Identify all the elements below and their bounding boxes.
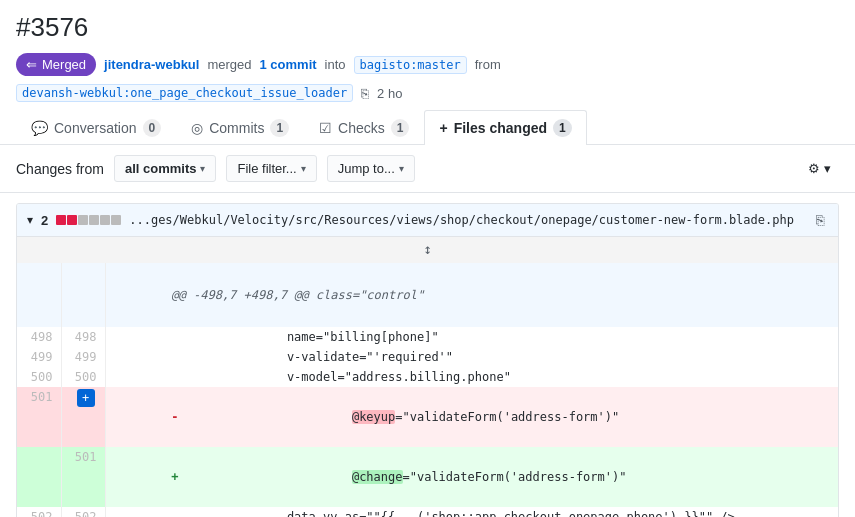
dropdown-arrow-gear: ▾	[824, 161, 831, 176]
merged-label: Merged	[42, 57, 86, 72]
tab-files-label: Files changed	[454, 120, 547, 136]
all-commits-button[interactable]: all commits ▾	[114, 155, 217, 182]
color-block-n-1	[78, 215, 88, 225]
add-marker: +	[171, 470, 178, 484]
file-filter-button[interactable]: File filter... ▾	[226, 155, 316, 182]
pr-commit-count[interactable]: 1 commit	[260, 57, 317, 72]
diff-code-table: ↕ @@ -498,7 +498,7 @@ class="control" 49…	[17, 237, 838, 517]
gear-icon: ⚙	[808, 161, 820, 176]
add-comment-button[interactable]: +	[77, 389, 95, 407]
filter-bar: Changes from all commits ▾ File filter..…	[0, 145, 855, 193]
tab-commits-label: Commits	[209, 120, 264, 136]
tab-commits[interactable]: ◎ Commits 1	[176, 110, 304, 145]
diff-file-path: ...ges/Webkul/Velocity/src/Resources/vie…	[129, 213, 804, 227]
pr-author[interactable]: jitendra-webkul	[104, 57, 199, 72]
expand-icon-top: ↕	[423, 241, 431, 257]
table-row: 502 502 data-vv-as=""{{ __('shop::app.ch…	[17, 507, 838, 517]
tabs-bar: 💬 Conversation 0 ◎ Commits 1 ☑ Checks 1 …	[0, 110, 855, 145]
new-line-num-499: 499	[61, 347, 105, 367]
tab-checks-label: Checks	[338, 120, 385, 136]
new-line-num-501-del: +	[61, 387, 105, 447]
pr-header: #3576 ⇐ Merged jitendra-webkul merged 1 …	[0, 0, 855, 110]
file-filter-label: File filter...	[237, 161, 296, 176]
color-block-n-2	[89, 215, 99, 225]
deleted-text: @keyup	[352, 410, 395, 424]
added-text: @change	[352, 470, 403, 484]
new-line-num-501: 501	[61, 447, 105, 507]
code-line-501-del: - @keyup="validateForm('address-form')"	[105, 387, 838, 447]
del-marker: -	[171, 410, 178, 424]
table-row: 498 498 name="billing[phone]"	[17, 327, 838, 347]
dropdown-arrow-jump: ▾	[399, 163, 404, 174]
tab-conversation-count: 0	[143, 119, 162, 137]
expand-row-top[interactable]: ↕	[17, 237, 838, 263]
diff-file-header: ▾ 2 ...ges/Webkul/Velocity/src/Resources…	[17, 204, 838, 237]
jump-to-button[interactable]: Jump to... ▾	[327, 155, 415, 182]
old-line-num-499: 499	[17, 347, 61, 367]
tab-commits-count: 1	[270, 119, 289, 137]
new-line-num-502: 502	[61, 507, 105, 517]
diff-file-count: 2	[41, 213, 48, 228]
dropdown-arrow-file: ▾	[301, 163, 306, 174]
checks-icon: ☑	[319, 120, 332, 136]
commits-icon: ◎	[191, 120, 203, 136]
old-line-num-501: 501	[17, 387, 61, 447]
hunk-header-row: @@ -498,7 +498,7 @@ class="control"	[17, 263, 838, 327]
old-line-num-501-add	[17, 447, 61, 507]
settings-button[interactable]: ⚙ ▾	[800, 156, 839, 181]
all-commits-label: all commits	[125, 161, 197, 176]
hunk-header-code: @@ -498,7 +498,7 @@ class="control"	[105, 263, 838, 327]
tab-checks-count: 1	[391, 119, 410, 137]
tab-checks[interactable]: ☑ Checks 1	[304, 110, 424, 145]
old-line-num-502: 502	[17, 507, 61, 517]
tab-files-count: 1	[553, 119, 572, 137]
hunk-new-num	[61, 263, 105, 327]
tab-conversation[interactable]: 💬 Conversation 0	[16, 110, 176, 145]
conversation-icon: 💬	[31, 120, 48, 136]
color-block-del-1	[56, 215, 66, 225]
pr-title: #3576	[16, 12, 839, 43]
changes-from-label: Changes from	[16, 161, 104, 177]
color-block-n-4	[111, 215, 121, 225]
copy-path-button[interactable]: ⎘	[812, 210, 828, 230]
code-line-498: name="billing[phone]"	[105, 327, 838, 347]
color-block-del-2	[67, 215, 77, 225]
code-line-499: v-validate="'required'"	[105, 347, 838, 367]
new-line-num-498: 498	[61, 327, 105, 347]
pr-copy-icon[interactable]: ⎘	[361, 86, 369, 101]
pr-head-branch[interactable]: devansh-webkul:one_page_checkout_issue_l…	[16, 84, 353, 102]
code-line-501-add: + @change="validateForm('address-form')"	[105, 447, 838, 507]
table-row: 499 499 v-validate="'required'"	[17, 347, 838, 367]
pr-action: merged	[207, 57, 251, 72]
merged-badge: ⇐ Merged	[16, 53, 96, 76]
files-icon: +	[439, 120, 447, 136]
dropdown-arrow-commits: ▾	[200, 163, 205, 174]
pr-base-branch[interactable]: bagisto:master	[354, 56, 467, 74]
pr-time-ago: 2 ho	[377, 86, 402, 101]
jump-to-label: Jump to...	[338, 161, 395, 176]
chevron-down-icon: ▾	[27, 213, 33, 227]
diff-container: ▾ 2 ...ges/Webkul/Velocity/src/Resources…	[16, 203, 839, 517]
code-line-500: v-model="address.billing.phone"	[105, 367, 838, 387]
old-line-num-498: 498	[17, 327, 61, 347]
table-row: 500 500 v-model="address.billing.phone"	[17, 367, 838, 387]
table-row: 501 + - @keyup="validateForm('address-fo…	[17, 387, 838, 447]
diff-color-bar	[56, 215, 121, 225]
hunk-old-num	[17, 263, 61, 327]
code-line-502: data-vv-as=""{{ __('shop::app.checkout.o…	[105, 507, 838, 517]
pr-into-label: into	[325, 57, 346, 72]
pr-from-label: from	[475, 57, 501, 72]
tab-conversation-label: Conversation	[54, 120, 137, 136]
old-line-num-500: 500	[17, 367, 61, 387]
pr-meta: ⇐ Merged jitendra-webkul merged 1 commit…	[16, 53, 839, 102]
diff-toggle-button[interactable]: ▾	[27, 213, 33, 227]
merge-icon: ⇐	[26, 57, 37, 72]
tab-files-changed[interactable]: + Files changed 1	[424, 110, 586, 145]
new-line-num-500: 500	[61, 367, 105, 387]
table-row: 501 + @change="validateForm('address-for…	[17, 447, 838, 507]
color-block-n-3	[100, 215, 110, 225]
